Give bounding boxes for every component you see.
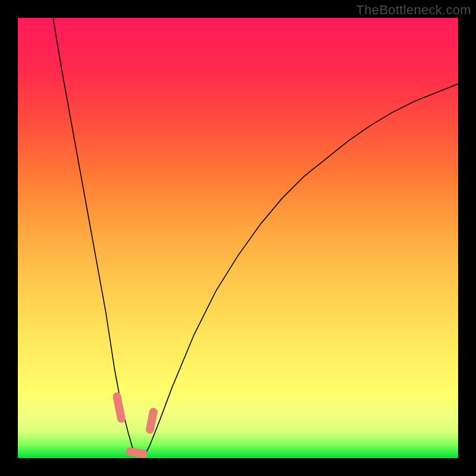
watermark-text: TheBottleneck.com bbox=[356, 2, 471, 18]
trough-capsule bbox=[130, 452, 143, 454]
left-capsule bbox=[117, 396, 121, 418]
curve-layer bbox=[18, 18, 458, 458]
curve-markers bbox=[117, 396, 154, 453]
chart-frame: TheBottleneck.com bbox=[0, 0, 476, 476]
right-capsule bbox=[150, 412, 154, 430]
plot-area bbox=[18, 18, 458, 458]
bottleneck-curve bbox=[53, 18, 458, 456]
